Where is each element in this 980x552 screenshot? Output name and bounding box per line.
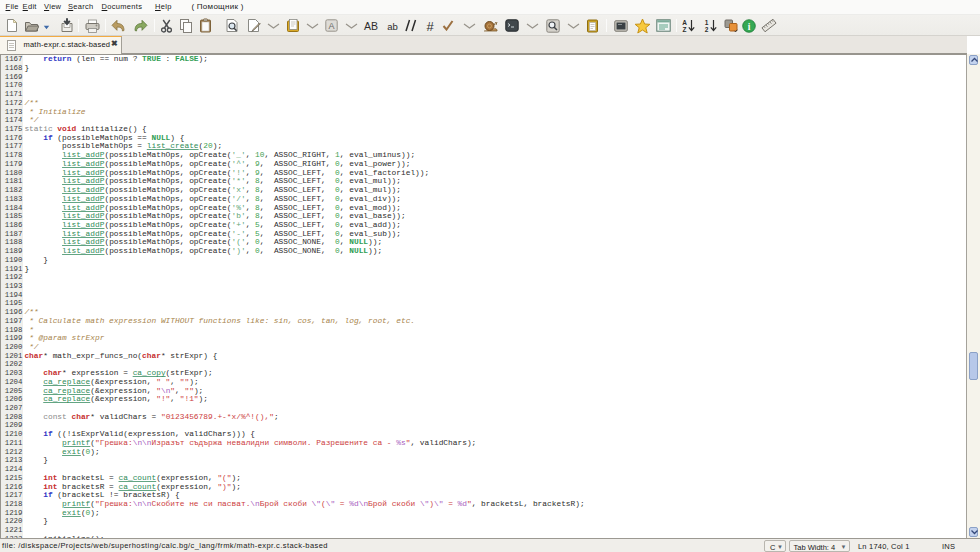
svg-text:ab: ab: [387, 20, 398, 31]
svg-text:Z: Z: [682, 26, 686, 33]
svg-text:#: #: [426, 19, 434, 32]
svg-text:AB: AB: [364, 20, 378, 32]
svg-text:i: i: [748, 21, 751, 31]
svg-text:2: 2: [704, 26, 708, 33]
svg-text:A: A: [328, 21, 334, 31]
